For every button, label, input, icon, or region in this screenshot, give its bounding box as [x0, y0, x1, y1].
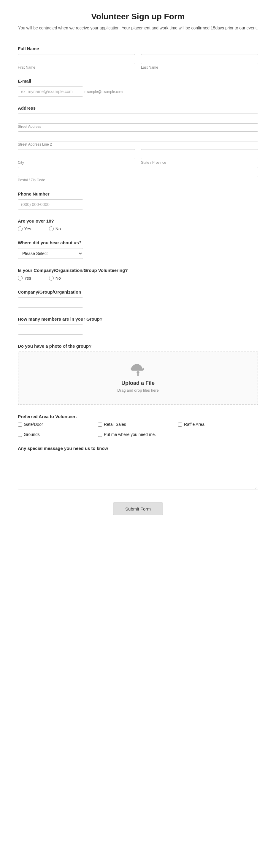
address-section: Address Street Address Street Address Li…	[18, 105, 258, 182]
hear-about-section: Where did you hear about us? Please Sele…	[18, 240, 258, 259]
city-input[interactable]	[18, 149, 135, 159]
age-yes-radio[interactable]	[18, 226, 23, 231]
city-hint: City	[18, 160, 135, 165]
checkbox-gate-door[interactable]: Gate/Door	[18, 422, 98, 427]
submit-button-wrap: Submit Form	[18, 502, 258, 515]
age-no-label: No	[56, 226, 61, 231]
hear-about-select[interactable]: Please Select Social Media Friend Websit…	[18, 248, 83, 259]
group-yes-option[interactable]: Yes	[18, 276, 31, 281]
phone-section: Phone Number	[18, 191, 258, 210]
last-name-input[interactable]	[141, 54, 258, 64]
special-message-section: Any special message you need us to know	[18, 446, 258, 491]
group-yes-radio[interactable]	[18, 276, 23, 281]
checkbox-raffle-area-input[interactable]	[178, 423, 182, 427]
email-hint: example@example.com	[84, 90, 123, 94]
email-label: E-mail	[18, 79, 258, 84]
fullname-section: Full Name First Name Last Name	[18, 46, 258, 69]
phone-label: Phone Number	[18, 191, 258, 196]
company-group-label: Company/Group/Organization	[18, 289, 258, 294]
checkbox-grounds-input[interactable]	[18, 433, 22, 437]
checkbox-raffle-area[interactable]: Raffle Area	[178, 422, 258, 427]
svg-marker-0	[136, 371, 140, 376]
age-no-radio[interactable]	[49, 226, 54, 231]
upload-cloud-icon	[24, 364, 252, 377]
address-label: Address	[18, 105, 258, 111]
submit-button[interactable]: Submit Form	[113, 502, 163, 515]
group-volunteering-label: Is your Company/Organization/Group Volun…	[18, 268, 258, 273]
preferred-area-section: Preferred Area to Volunteer: Gate/Door R…	[18, 414, 258, 437]
zip-input[interactable]	[18, 167, 258, 177]
last-name-hint: Last Name	[141, 65, 258, 69]
street-address-line2-input[interactable]	[18, 131, 258, 142]
preferred-area-label: Preferred Area to Volunteer:	[18, 414, 258, 419]
zip-hint: Postal / Zip Code	[18, 178, 45, 182]
special-message-textarea[interactable]	[18, 454, 258, 489]
checkbox-retail-sales[interactable]: Retail Sales	[98, 422, 178, 427]
street-address-input[interactable]	[18, 114, 258, 124]
group-members-section: How many members are in your Group?	[18, 316, 258, 335]
company-group-input[interactable]	[18, 298, 83, 308]
group-no-radio[interactable]	[49, 276, 54, 281]
checkbox-grounds-label: Grounds	[24, 432, 40, 437]
state-input[interactable]	[141, 149, 258, 159]
hear-about-label: Where did you hear about us?	[18, 240, 258, 245]
page-title: Volunteer Sign up Form	[18, 12, 258, 21]
state-hint: State / Province	[141, 160, 258, 165]
first-name-hint: First Name	[18, 65, 135, 69]
age-label: Are you over 18?	[18, 218, 258, 223]
checkbox-put-me-where-label: Put me where you need me.	[104, 432, 156, 437]
upload-subtitle: Drag and drop files here	[24, 388, 252, 393]
checkbox-gate-door-label: Gate/Door	[24, 422, 43, 427]
checkbox-raffle-area-label: Raffle Area	[184, 422, 205, 427]
group-volunteering-section: Is your Company/Organization/Group Volun…	[18, 268, 258, 281]
upload-title: Upload a File	[24, 380, 252, 386]
special-message-label: Any special message you need us to know	[18, 446, 258, 451]
checkbox-retail-sales-label: Retail Sales	[104, 422, 126, 427]
age-section: Are you over 18? Yes No	[18, 218, 258, 231]
group-no-label: No	[56, 276, 61, 281]
checkbox-put-me-where-input[interactable]	[98, 433, 102, 437]
checkbox-gate-door-input[interactable]	[18, 423, 22, 427]
street-address-hint: Street Address	[18, 125, 41, 129]
group-no-option[interactable]: No	[49, 276, 61, 281]
group-members-label: How many members are in your Group?	[18, 316, 258, 321]
email-input[interactable]	[18, 87, 83, 97]
age-yes-option[interactable]: Yes	[18, 226, 31, 231]
checkbox-grounds[interactable]: Grounds	[18, 432, 98, 437]
checkbox-put-me-where[interactable]: Put me where you need me.	[98, 432, 257, 437]
group-members-input[interactable]	[18, 324, 83, 335]
group-photo-label: Do you have a photo of the group?	[18, 343, 258, 348]
checkbox-retail-sales-input[interactable]	[98, 423, 102, 427]
age-yes-label: Yes	[24, 226, 31, 231]
group-photo-section: Do you have a photo of the group? Upload…	[18, 343, 258, 405]
street-address-line2-hint: Street Address Line 2	[18, 142, 52, 147]
company-group-section: Company/Group/Organization	[18, 289, 258, 308]
upload-area[interactable]: Upload a File Drag and drop files here	[18, 351, 258, 405]
email-section: E-mail example@example.com	[18, 79, 258, 97]
first-name-input[interactable]	[18, 54, 135, 64]
phone-input[interactable]	[18, 199, 83, 210]
page-subtitle: You will be contacted when we receive yo…	[18, 25, 258, 31]
fullname-label: Full Name	[18, 46, 258, 51]
age-no-option[interactable]: No	[49, 226, 61, 231]
group-yes-label: Yes	[24, 276, 31, 281]
